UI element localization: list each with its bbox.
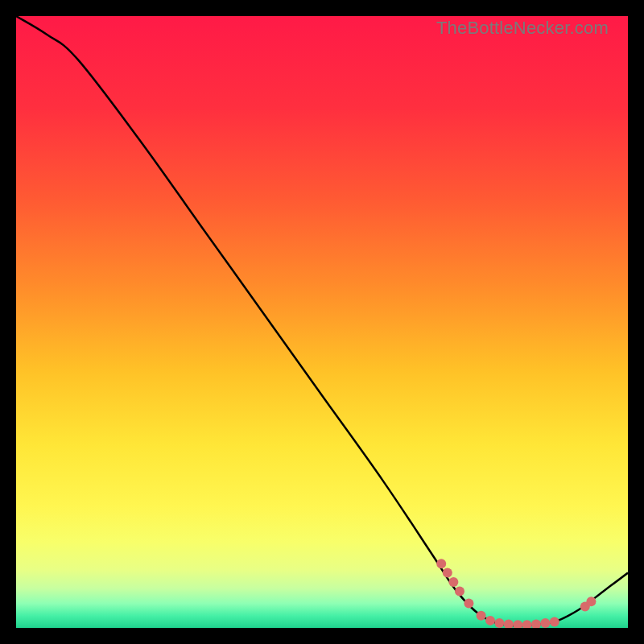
curve-marker [443, 568, 452, 578]
chart-frame: TheBottleNecker.com [16, 16, 628, 628]
curve-marker [455, 586, 464, 596]
curve-marker [436, 559, 446, 568]
bottleneck-chart [16, 16, 628, 628]
curve-marker [464, 599, 473, 609]
curve-marker [540, 618, 550, 628]
curve-marker [586, 597, 596, 606]
curve-marker [550, 617, 559, 626]
curve-marker [448, 577, 458, 587]
curve-marker [477, 611, 486, 621]
curve-marker [494, 618, 504, 628]
gradient-bg [16, 16, 628, 628]
watermark-text: TheBottleNecker.com [436, 18, 609, 39]
curve-marker [485, 616, 495, 625]
